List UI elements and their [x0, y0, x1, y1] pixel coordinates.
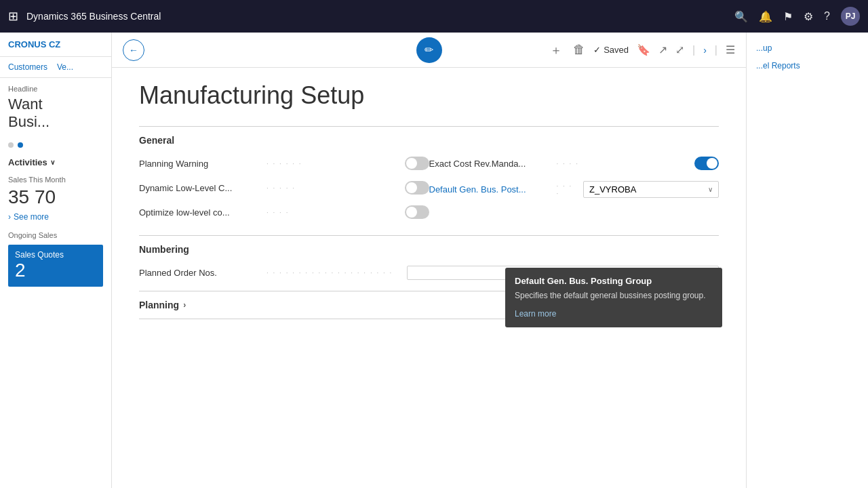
- dynamic-low-level-toggle[interactable]: [405, 181, 429, 195]
- exact-cost-label: Exact Cost Rev.Manda...: [429, 159, 551, 169]
- add-button[interactable]: ＋: [550, 42, 562, 58]
- sidebar-item-ve[interactable]: Ve...: [54, 61, 76, 73]
- general-form-grid: Planning Warning · · · · · · Dynamic Low…: [139, 151, 719, 224]
- topbar: ⊞ Dynamics 365 Business Central 🔍 🔔 ⚑ ⚙ …: [0, 0, 868, 33]
- saved-check-icon: ✓: [593, 45, 601, 55]
- headline-text: Want Busi...: [8, 96, 103, 131]
- planning-expand-icon: ›: [183, 300, 186, 310]
- right-column: Exact Cost Rev.Manda... · · · · Default …: [429, 151, 719, 224]
- optimize-low-level-toggle[interactable]: [405, 205, 429, 219]
- sidebar-item-customers[interactable]: Customers: [5, 61, 50, 73]
- page-content: Manufacturing Setup General Planning War…: [112, 68, 746, 488]
- tooltip-box: Default Gen. Bus. Posting Group Specifie…: [505, 268, 722, 327]
- planning-warning-row: Planning Warning · · · · · ·: [139, 151, 429, 176]
- back-button[interactable]: ←: [123, 39, 144, 61]
- main-layout: CRONUS CZ Customers Ve... Headline Want …: [0, 33, 868, 488]
- see-more-link[interactable]: › See more: [0, 208, 111, 226]
- exact-cost-toggle[interactable]: [694, 157, 719, 170]
- optimize-low-level-row: Optimize low-level co... · · · ·: [139, 200, 429, 224]
- default-gen-bus-value: Z_VYROBA: [589, 184, 636, 195]
- planning-warning-label: Planning Warning: [139, 159, 261, 169]
- more-pages-icon[interactable]: ›: [703, 45, 707, 56]
- grid-icon[interactable]: ⊞: [8, 9, 18, 24]
- default-gen-bus-row: Default Gen. Bus. Post... · · · · Z_VYRO…: [429, 176, 719, 203]
- planned-order-nos-label: Planned Order Nos.: [139, 268, 261, 278]
- default-gen-bus-select[interactable]: Z_VYROBA ∨: [583, 181, 719, 198]
- planning-warning-dots: · · · · · ·: [267, 160, 399, 167]
- page-title: Manufacturing Setup: [139, 81, 719, 110]
- bookmark-icon[interactable]: 🔖: [637, 43, 650, 56]
- planned-order-nos-dots: · · · · · · · · · · · · · · · · · · · ·: [267, 269, 401, 277]
- help-icon[interactable]: ?: [824, 10, 830, 22]
- optimize-low-level-dots: · · · ·: [267, 209, 399, 216]
- carousel-dots: [0, 138, 111, 152]
- flag-icon[interactable]: ⚑: [783, 10, 793, 23]
- default-gen-bus-label[interactable]: Default Gen. Bus. Post...: [429, 184, 551, 195]
- optimize-low-level-label: Optimize low-level co...: [139, 207, 261, 218]
- left-column: Planning Warning · · · · · · Dynamic Low…: [139, 151, 429, 224]
- numbering-section-title: Numbering: [139, 236, 719, 260]
- sales-quotes-number: 2: [15, 260, 96, 281]
- sales-quotes-label: Sales Quotes: [15, 250, 96, 260]
- optimize-low-level-toggle-wrapper: [405, 205, 429, 219]
- toolbar-actions: ＋ 🗑: [550, 42, 585, 58]
- default-gen-bus-dots: · · · ·: [557, 182, 578, 197]
- headline-label: Headline: [8, 85, 103, 93]
- default-gen-bus-chevron: ∨: [708, 186, 713, 193]
- right-panel-link-2[interactable]: ...el Reports: [747, 57, 868, 75]
- content-area: ← ✏ ＋ 🗑 ✓ Saved 🔖 ↗ ⤢ | › | ☰ Manu: [112, 33, 746, 488]
- see-more-chevron: ›: [8, 212, 11, 222]
- search-icon[interactable]: 🔍: [734, 10, 748, 23]
- activities-section[interactable]: Activities ∨: [0, 152, 111, 173]
- edit-button[interactable]: ✏: [416, 37, 442, 63]
- dynamic-low-level-dots: · · · · ·: [267, 184, 399, 192]
- tooltip-title: Default Gen. Bus. Posting Group: [515, 276, 713, 286]
- saved-status: ✓ Saved: [593, 45, 629, 55]
- activities-label: Activities: [8, 157, 47, 167]
- menu-icon[interactable]: ☰: [726, 43, 735, 56]
- exact-cost-row: Exact Cost Rev.Manda... · · · ·: [429, 151, 719, 176]
- headline-line2: Busi...: [8, 113, 50, 130]
- right-panel-link-1[interactable]: ...up: [747, 39, 868, 57]
- dynamic-low-level-toggle-wrapper: [405, 181, 429, 195]
- app-title: Dynamics 365 Business Central: [26, 11, 726, 22]
- exact-cost-toggle-wrapper: [694, 157, 719, 170]
- dynamic-low-level-row: Dynamic Low-Level C... · · · · ·: [139, 176, 429, 200]
- general-section-title: General: [139, 127, 719, 151]
- sidebar-nav: Customers Ve...: [0, 57, 111, 78]
- saved-label: Saved: [604, 45, 629, 55]
- headline-line1: Want: [8, 96, 43, 113]
- bell-icon[interactable]: 🔔: [759, 10, 772, 23]
- exact-cost-dots: · · · ·: [557, 160, 690, 167]
- sales-this-month-label: Sales This Month: [0, 173, 111, 186]
- expand-icon[interactable]: ⤢: [675, 43, 684, 56]
- dynamic-low-level-label: Dynamic Low-Level C...: [139, 183, 261, 193]
- activities-chevron: ∨: [50, 159, 55, 166]
- user-avatar[interactable]: PJ: [841, 7, 860, 26]
- topbar-icons: 🔍 🔔 ⚑ ⚙ ? PJ: [734, 7, 860, 26]
- planning-warning-toggle[interactable]: [405, 157, 429, 170]
- toolbar: ← ✏ ＋ 🗑 ✓ Saved 🔖 ↗ ⤢ | › | ☰: [112, 33, 746, 68]
- sidebar: CRONUS CZ Customers Ve... Headline Want …: [0, 33, 112, 488]
- dot-2[interactable]: [18, 142, 23, 148]
- sales-quotes-card[interactable]: Sales Quotes 2: [8, 245, 103, 287]
- sales-number: 35 70: [0, 186, 111, 208]
- settings-icon[interactable]: ⚙: [804, 10, 813, 23]
- planning-label: Planning: [139, 300, 179, 310]
- open-icon[interactable]: ↗: [658, 43, 667, 56]
- toolbar-right-icons: 🔖 ↗ ⤢: [637, 43, 684, 56]
- company-name[interactable]: CRONUS CZ: [0, 33, 111, 57]
- tooltip-learn-more[interactable]: Learn more: [515, 309, 556, 319]
- ongoing-sales-label: Ongoing Sales: [0, 226, 111, 242]
- tooltip-description: Specifies the default general bussines p…: [515, 290, 713, 302]
- see-more-text: See more: [14, 212, 49, 222]
- sidebar-headline-section: Headline Want Busi...: [0, 78, 111, 138]
- right-panel: ...up ...el Reports: [746, 33, 868, 488]
- planning-warning-toggle-wrapper: [405, 157, 429, 170]
- delete-button[interactable]: 🗑: [573, 43, 585, 57]
- dot-1[interactable]: [8, 142, 14, 148]
